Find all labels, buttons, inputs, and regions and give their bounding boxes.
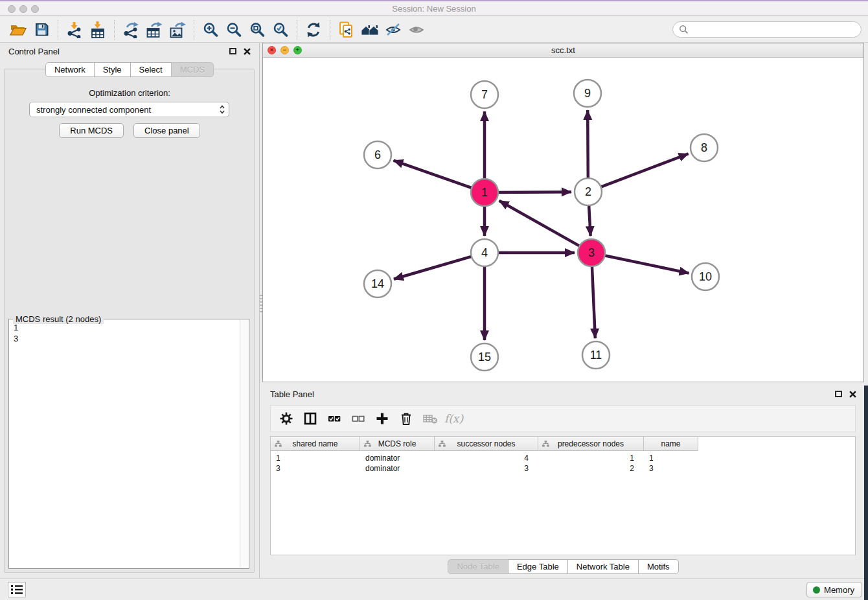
save-session-button[interactable] xyxy=(30,19,53,40)
node-15[interactable]: 15 xyxy=(471,343,498,371)
table-cell: 3 xyxy=(271,464,360,473)
svg-text:8: 8 xyxy=(701,141,707,154)
node-2[interactable]: 2 xyxy=(575,178,602,205)
tab-motifs[interactable]: Motifs xyxy=(638,559,679,574)
first-neighbors-button[interactable] xyxy=(358,19,382,40)
table-cell: 3 xyxy=(644,464,698,473)
svg-text:14: 14 xyxy=(371,277,384,290)
zoom-in-icon xyxy=(202,21,219,38)
dropdown-stepper-icon xyxy=(219,104,225,115)
node-9[interactable]: 9 xyxy=(574,80,601,107)
network-window-title: scc.txt xyxy=(263,45,863,55)
refresh-icon xyxy=(305,21,322,38)
fit-content-button[interactable] xyxy=(246,19,269,40)
export-image-icon xyxy=(169,21,186,38)
snapshot-icon xyxy=(338,21,355,38)
panel-splitter-handle[interactable] xyxy=(260,295,262,313)
table-cell: 1 xyxy=(271,454,360,463)
node-4[interactable]: 4 xyxy=(471,239,498,266)
select-all-columns-button[interactable] xyxy=(325,410,343,428)
edge-1-6[interactable] xyxy=(394,161,477,190)
delete-table-button[interactable] xyxy=(420,410,439,428)
node-11[interactable]: 11 xyxy=(582,341,610,369)
edge-3-11[interactable] xyxy=(592,261,595,338)
close-table-panel-icon[interactable] xyxy=(849,391,856,398)
column-header-shared-name[interactable]: shared name xyxy=(271,437,360,451)
float-panel-icon[interactable] xyxy=(229,48,236,54)
column-header-name[interactable]: name xyxy=(644,437,698,451)
show-all-button[interactable] xyxy=(405,19,428,40)
delete-columns-button[interactable] xyxy=(396,410,415,428)
svg-text:2: 2 xyxy=(585,185,591,198)
edge-3-1[interactable] xyxy=(499,201,584,249)
node-8[interactable]: 8 xyxy=(691,134,718,161)
node-1[interactable]: 1 xyxy=(471,179,498,206)
search-input[interactable] xyxy=(692,25,855,34)
tab-node-table[interactable]: Node Table xyxy=(448,559,508,574)
plus-icon xyxy=(375,411,389,426)
search-box[interactable] xyxy=(672,21,862,38)
node-14[interactable]: 14 xyxy=(364,270,391,297)
node-7[interactable]: 7 xyxy=(471,81,498,108)
table-row[interactable]: 3dominator323 xyxy=(271,463,855,474)
node-10[interactable]: 10 xyxy=(692,263,719,290)
create-column-button[interactable] xyxy=(372,410,391,428)
export-image-button[interactable] xyxy=(166,19,189,40)
tab-edge-table[interactable]: Edge Table xyxy=(508,559,568,574)
network-window-titlebar[interactable]: × − + scc.txt xyxy=(263,43,863,58)
unselect-all-columns-button[interactable] xyxy=(348,410,367,428)
close-panel-icon[interactable] xyxy=(244,48,251,55)
node-table[interactable]: shared nameMCDS rolesuccessor nodesprede… xyxy=(270,436,856,555)
trash-icon xyxy=(399,411,413,426)
export-table-button[interactable] xyxy=(143,19,166,40)
tab-mcds[interactable]: MCDS xyxy=(171,62,214,77)
mcds-result-title: MCDS result (2 nodes) xyxy=(13,314,104,324)
network-snapshot-button[interactable] xyxy=(335,19,358,40)
column-header-successor-nodes[interactable]: successor nodes xyxy=(435,437,538,451)
zoom-in-button[interactable] xyxy=(199,19,222,40)
column-header-MCDS-role[interactable]: MCDS role xyxy=(360,437,435,451)
float-table-panel-icon[interactable] xyxy=(835,391,842,397)
edge-4-14[interactable] xyxy=(394,255,477,279)
result-scrollbar[interactable] xyxy=(240,320,248,568)
unchecked-boxes-icon xyxy=(351,411,365,426)
network-canvas[interactable]: 7968124314101511 xyxy=(263,58,863,382)
tab-network-table[interactable]: Network Table xyxy=(567,559,639,574)
table-cell: dominator xyxy=(360,464,435,473)
save-icon xyxy=(34,22,49,37)
close-panel-button[interactable]: Close panel xyxy=(133,123,200,138)
tab-network[interactable]: Network xyxy=(45,62,95,77)
node-6[interactable]: 6 xyxy=(364,141,391,168)
criterion-dropdown[interactable]: strongly connected component xyxy=(29,102,229,117)
function-builder-button[interactable]: f(x) xyxy=(444,410,463,428)
mcds-result-text[interactable]: 1 3 xyxy=(14,322,18,344)
zoom-out-button[interactable] xyxy=(222,19,246,40)
node-3[interactable]: 3 xyxy=(578,239,605,266)
svg-text:11: 11 xyxy=(590,349,602,362)
tab-select[interactable]: Select xyxy=(130,62,172,77)
edge-1-2[interactable] xyxy=(493,192,571,192)
edge-2-9[interactable] xyxy=(588,110,588,183)
run-mcds-button[interactable]: Run MCDS xyxy=(59,123,124,138)
apply-layout-button[interactable] xyxy=(302,19,325,40)
import-network-button[interactable] xyxy=(63,19,86,40)
open-session-button[interactable] xyxy=(6,19,30,40)
toolbar-separator xyxy=(297,20,297,40)
optimization-criterion-label: Optimization criterion: xyxy=(0,88,259,98)
table-cell: 1 xyxy=(644,454,698,463)
zoom-selected-button[interactable] xyxy=(269,19,292,40)
column-header-predecessor-nodes[interactable]: predecessor nodes xyxy=(538,437,644,451)
table-settings-button[interactable] xyxy=(277,410,295,428)
import-table-button[interactable] xyxy=(86,19,109,40)
task-history-button[interactable] xyxy=(8,582,26,597)
export-network-button[interactable] xyxy=(119,19,143,40)
tab-style[interactable]: Style xyxy=(94,62,131,77)
edge-2-8[interactable] xyxy=(596,154,689,189)
hide-selected-button[interactable] xyxy=(382,19,405,40)
main-toolbar xyxy=(0,17,868,43)
table-row[interactable]: 1dominator411 xyxy=(271,453,855,463)
node-table-header-row: shared nameMCDS rolesuccessor nodesprede… xyxy=(271,437,855,451)
memory-button[interactable]: Memory xyxy=(806,582,862,597)
show-column-button[interactable] xyxy=(301,410,319,428)
edge-3-10[interactable] xyxy=(600,255,689,273)
